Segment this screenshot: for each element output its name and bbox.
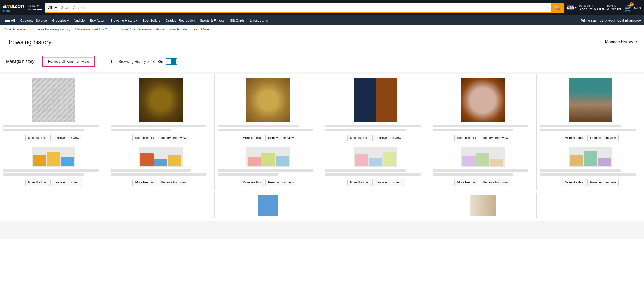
more-like-this-mini-6[interactable]: More like this: [562, 179, 586, 186]
product-grid-row1: More like this Remove from view More lik…: [0, 74, 644, 144]
more-like-this-mini-3[interactable]: More like this: [240, 179, 264, 186]
location-value: ••••••• •••••: [28, 7, 42, 11]
partial-thumb-5: [470, 195, 496, 216]
product-mini-col-3: More like this Remove from view: [215, 144, 322, 190]
product-image-1[interactable]: [32, 78, 75, 122]
sidebar-item-groceries[interactable]: Groceries: [50, 17, 71, 24]
cart-button[interactable]: 🛒 0 Cart: [624, 4, 641, 12]
sidebar-item-customer-service[interactable]: Customer Service: [18, 17, 49, 24]
search-input[interactable]: [58, 3, 551, 12]
product-text-line: [325, 125, 421, 127]
remove-from-view-mini-1[interactable]: Remove from view: [50, 179, 82, 186]
search-button[interactable]: 🔍: [551, 3, 564, 12]
breadcrumb-learn-more[interactable]: Learn More: [192, 27, 209, 31]
product-text-4: [325, 125, 426, 133]
product-image-6[interactable]: [569, 78, 612, 122]
more-like-this-6[interactable]: More like this: [562, 135, 586, 141]
more-like-this-4[interactable]: More like this: [347, 135, 371, 141]
sidebar-item-gift-cards[interactable]: Gift Cards: [228, 17, 247, 24]
product-image-3[interactable]: [246, 78, 290, 122]
product-mini-img-1[interactable]: [32, 147, 75, 167]
product-text-line: [3, 129, 84, 131]
hamburger-label: All: [11, 19, 15, 22]
manage-history-toggle[interactable]: Manage history ∧: [605, 40, 638, 45]
product-text-line: [325, 173, 421, 176]
prime-pharmacy-link[interactable]: Prime savings at your local pharmacy: [581, 19, 641, 22]
more-like-this-mini-5[interactable]: More like this: [454, 179, 478, 186]
product-mini-actions-1: More like this Remove from view: [3, 179, 104, 186]
account-menu[interactable]: Hello, sign in Account & Lists: [579, 4, 605, 11]
country-selector[interactable]: 🇺🇸 ▾: [567, 5, 577, 10]
sidebar-item-best-sellers[interactable]: Best Sellers: [140, 17, 162, 24]
breadcrumb-browsing-history[interactable]: Your Browsing History: [37, 27, 70, 31]
manage-panel-label: Manage history: [6, 59, 34, 64]
product-text-line: [3, 169, 99, 172]
hamburger-menu[interactable]: All: [3, 17, 17, 24]
product-mini-img-3[interactable]: [246, 147, 290, 167]
product-text-line: [325, 129, 406, 131]
product-image-5[interactable]: [461, 78, 505, 122]
product-mini-img-5[interactable]: [461, 147, 505, 167]
breadcrumb-your-profile[interactable]: Your Profile: [170, 27, 187, 31]
product-text-5: [433, 125, 533, 133]
remove-all-button[interactable]: Remove all items from view: [44, 57, 93, 65]
remove-from-view-mini-3[interactable]: Remove from view: [265, 179, 296, 186]
remove-from-view-6[interactable]: Remove from view: [587, 135, 618, 141]
partial-item-5[interactable]: [429, 193, 537, 218]
product-text-line: [218, 173, 278, 176]
sidebar-item-buy-again[interactable]: Buy Again: [88, 17, 107, 24]
orders-label: & Orders: [607, 7, 622, 11]
partial-item-2: [107, 193, 215, 218]
remove-from-view-5[interactable]: Remove from view: [480, 135, 511, 141]
location-selector[interactable]: Deliver to ••••••• •••••: [28, 5, 42, 11]
more-like-this-mini-1[interactable]: More like this: [25, 179, 49, 186]
remove-from-view-2[interactable]: Remove from view: [158, 135, 189, 141]
more-like-this-1[interactable]: More like this: [25, 135, 49, 141]
sidebar-item-audible[interactable]: Audible: [72, 17, 87, 24]
product-text-line: [111, 173, 206, 176]
remove-from-view-mini-6[interactable]: Remove from view: [587, 179, 618, 186]
breadcrumb-improve-recommendations[interactable]: Improve Your Recommendations: [116, 27, 164, 31]
remove-from-view-mini-4[interactable]: Remove from view: [372, 179, 404, 186]
product-image-4[interactable]: [354, 78, 397, 122]
sidebar-item-livestreams[interactable]: Livestreams: [248, 17, 270, 24]
amazon-logo[interactable]: amazon prime: [3, 3, 24, 12]
product-mini-img-2[interactable]: [139, 147, 183, 167]
more-like-this-5[interactable]: More like this: [454, 135, 478, 141]
product-col-5: More like this Remove from view: [429, 74, 537, 144]
breadcrumb-navigation: Your Amazon.com Your Browsing History Re…: [0, 25, 644, 33]
remove-from-view-1[interactable]: Remove from view: [50, 135, 82, 141]
product-col-2: More like this Remove from view: [107, 74, 215, 144]
search-category-select[interactable]: All: [45, 3, 58, 12]
sidebar-item-browsing-history[interactable]: Browsing History: [108, 17, 139, 24]
partial-item-3[interactable]: [215, 193, 322, 218]
sidebar-item-outdoor-recreation[interactable]: Outdoor Recreation: [164, 17, 197, 24]
product-text-1: [3, 125, 104, 133]
product-text-line: [540, 173, 636, 176]
remove-from-view-4[interactable]: Remove from view: [372, 135, 404, 141]
returns-label: Returns: [607, 4, 622, 7]
sidebar-item-sports-fitness[interactable]: Sports & Fitness: [198, 17, 226, 24]
more-like-this-mini-2[interactable]: More like this: [132, 179, 156, 186]
product-mini-col-1: More like this Remove from view: [0, 144, 107, 190]
more-like-this-mini-4[interactable]: More like this: [347, 179, 371, 186]
product-text-line: [433, 173, 513, 176]
manage-history-panel: Manage history Remove all items from vie…: [0, 51, 644, 72]
product-mini-text-3: [218, 169, 319, 177]
more-like-this-2[interactable]: More like this: [132, 135, 156, 141]
product-mini-col-6: More like this Remove from view: [537, 144, 644, 190]
product-mini-img-6[interactable]: [569, 147, 612, 167]
hamburger-icon: [5, 19, 10, 22]
remove-from-view-mini-5[interactable]: Remove from view: [480, 179, 511, 186]
product-image-2[interactable]: [139, 78, 183, 122]
breadcrumb-your-amazon[interactable]: Your Amazon.com: [5, 27, 32, 31]
returns-orders[interactable]: Returns & Orders: [607, 4, 622, 11]
product-mini-img-4[interactable]: [354, 147, 397, 167]
product-mini-text-1: [3, 169, 104, 177]
remove-from-view-3[interactable]: Remove from view: [265, 135, 296, 141]
browsing-history-toggle[interactable]: [166, 58, 177, 65]
remove-from-view-mini-2[interactable]: Remove from view: [158, 179, 189, 186]
main-content: Browsing history Manage history ∧ Manage…: [0, 33, 644, 239]
more-like-this-3[interactable]: More like this: [240, 135, 264, 141]
breadcrumb-recommended[interactable]: Recommended For You: [75, 27, 111, 31]
